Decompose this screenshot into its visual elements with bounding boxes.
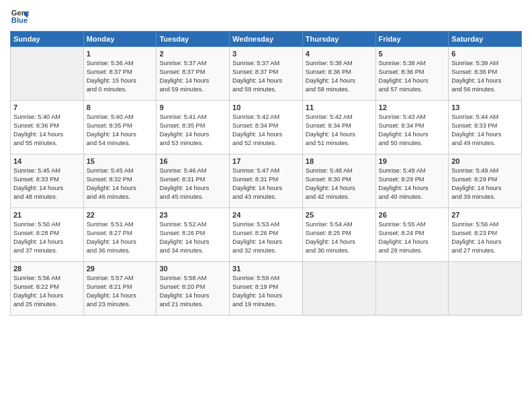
- day-number: 27: [451, 211, 519, 219]
- day-number: 7: [13, 103, 81, 111]
- day-number: 30: [159, 265, 226, 273]
- day-info: Sunrise: 5:59 AM Sunset: 8:19 PM Dayligh…: [232, 274, 300, 309]
- calendar-cell: 18Sunrise: 5:48 AM Sunset: 8:30 PM Dayli…: [302, 154, 375, 208]
- day-info: Sunrise: 5:47 AM Sunset: 8:31 PM Dayligh…: [232, 167, 300, 201]
- calendar-cell: 4Sunrise: 5:38 AM Sunset: 8:36 PM Daylig…: [302, 47, 375, 101]
- day-number: 19: [379, 157, 446, 165]
- day-number: 28: [13, 265, 81, 273]
- calendar-cell: 6Sunrise: 5:39 AM Sunset: 8:36 PM Daylig…: [449, 47, 522, 101]
- day-number: 17: [232, 157, 300, 165]
- calendar-cell: 19Sunrise: 5:49 AM Sunset: 8:29 PM Dayli…: [375, 154, 449, 208]
- calendar-cell: 29Sunrise: 5:57 AM Sunset: 8:21 PM Dayli…: [83, 262, 157, 316]
- day-number: 26: [379, 211, 446, 219]
- calendar-cell: 12Sunrise: 5:43 AM Sunset: 8:34 PM Dayli…: [375, 101, 449, 154]
- calendar-cell: 8Sunrise: 5:40 AM Sunset: 8:35 PM Daylig…: [83, 101, 157, 154]
- day-header-sunday: Sunday: [11, 32, 84, 47]
- header-row: SundayMondayTuesdayWednesdayThursdayFrid…: [11, 32, 522, 47]
- svg-text:Blue: Blue: [11, 16, 28, 24]
- calendar-cell: 22Sunrise: 5:51 AM Sunset: 8:27 PM Dayli…: [83, 208, 157, 262]
- calendar-cell: 7Sunrise: 5:40 AM Sunset: 8:36 PM Daylig…: [11, 101, 84, 154]
- day-number: 24: [232, 211, 300, 219]
- day-info: Sunrise: 5:40 AM Sunset: 8:36 PM Dayligh…: [13, 113, 81, 148]
- day-header-monday: Monday: [83, 32, 157, 47]
- day-number: 25: [306, 211, 373, 219]
- day-number: 8: [87, 103, 154, 111]
- calendar-cell: 30Sunrise: 5:58 AM Sunset: 8:20 PM Dayli…: [157, 262, 230, 316]
- calendar-cell: 17Sunrise: 5:47 AM Sunset: 8:31 PM Dayli…: [230, 154, 303, 208]
- main-container: General Blue SundayMondayTuesdayWednesda…: [0, 0, 532, 411]
- day-info: Sunrise: 5:56 AM Sunset: 8:22 PM Dayligh…: [13, 274, 81, 309]
- calendar-cell: 24Sunrise: 5:53 AM Sunset: 8:26 PM Dayli…: [230, 208, 303, 262]
- day-number: 2: [159, 50, 226, 58]
- day-info: Sunrise: 5:57 AM Sunset: 8:21 PM Dayligh…: [87, 274, 154, 309]
- day-number: 21: [13, 211, 81, 219]
- day-number: 15: [87, 157, 154, 165]
- day-info: Sunrise: 5:39 AM Sunset: 8:36 PM Dayligh…: [451, 59, 519, 94]
- day-info: Sunrise: 5:42 AM Sunset: 8:34 PM Dayligh…: [306, 113, 373, 148]
- logo: General Blue: [10, 7, 30, 26]
- day-number: 3: [232, 50, 300, 58]
- week-row-1: 1Sunrise: 5:36 AM Sunset: 8:37 PM Daylig…: [11, 47, 522, 101]
- day-info: Sunrise: 5:36 AM Sunset: 8:37 PM Dayligh…: [87, 59, 154, 94]
- calendar-cell: 3Sunrise: 5:37 AM Sunset: 8:37 PM Daylig…: [230, 47, 303, 101]
- day-number: 16: [159, 157, 226, 165]
- calendar-cell: 15Sunrise: 5:45 AM Sunset: 8:32 PM Dayli…: [83, 154, 157, 208]
- calendar-cell: 21Sunrise: 5:50 AM Sunset: 8:28 PM Dayli…: [11, 208, 84, 262]
- day-number: 12: [379, 103, 446, 111]
- calendar-table: SundayMondayTuesdayWednesdayThursdayFrid…: [10, 31, 522, 316]
- calendar-cell: 9Sunrise: 5:41 AM Sunset: 8:35 PM Daylig…: [157, 101, 230, 154]
- day-number: 20: [451, 157, 519, 165]
- day-number: 5: [379, 50, 446, 58]
- day-number: 6: [451, 50, 519, 58]
- day-number: 10: [232, 103, 300, 111]
- day-number: 1: [87, 50, 154, 58]
- day-info: Sunrise: 5:42 AM Sunset: 8:34 PM Dayligh…: [232, 113, 300, 148]
- calendar-cell: 13Sunrise: 5:44 AM Sunset: 8:33 PM Dayli…: [449, 101, 522, 154]
- day-info: Sunrise: 5:53 AM Sunset: 8:26 PM Dayligh…: [232, 220, 300, 255]
- day-header-saturday: Saturday: [449, 32, 522, 47]
- day-info: Sunrise: 5:49 AM Sunset: 8:29 PM Dayligh…: [451, 167, 519, 201]
- day-info: Sunrise: 5:48 AM Sunset: 8:30 PM Dayligh…: [306, 167, 373, 201]
- week-row-2: 7Sunrise: 5:40 AM Sunset: 8:36 PM Daylig…: [11, 101, 522, 154]
- day-info: Sunrise: 5:46 AM Sunset: 8:31 PM Dayligh…: [159, 167, 226, 201]
- week-row-5: 28Sunrise: 5:56 AM Sunset: 8:22 PM Dayli…: [11, 262, 522, 316]
- calendar-cell: 14Sunrise: 5:45 AM Sunset: 8:33 PM Dayli…: [11, 154, 84, 208]
- calendar-cell: [11, 47, 84, 101]
- day-info: Sunrise: 5:56 AM Sunset: 8:23 PM Dayligh…: [451, 220, 519, 255]
- logo-icon: General Blue: [10, 7, 29, 26]
- day-number: 9: [159, 103, 226, 111]
- day-info: Sunrise: 5:50 AM Sunset: 8:28 PM Dayligh…: [13, 220, 81, 255]
- calendar-cell: 28Sunrise: 5:56 AM Sunset: 8:22 PM Dayli…: [11, 262, 84, 316]
- day-number: 4: [306, 50, 373, 58]
- calendar-cell: 10Sunrise: 5:42 AM Sunset: 8:34 PM Dayli…: [230, 101, 303, 154]
- day-number: 22: [87, 211, 154, 219]
- header: General Blue: [10, 7, 522, 26]
- calendar-cell: 1Sunrise: 5:36 AM Sunset: 8:37 PM Daylig…: [83, 47, 157, 101]
- day-info: Sunrise: 5:37 AM Sunset: 8:37 PM Dayligh…: [232, 59, 300, 94]
- day-info: Sunrise: 5:49 AM Sunset: 8:29 PM Dayligh…: [379, 167, 446, 201]
- calendar-cell: 20Sunrise: 5:49 AM Sunset: 8:29 PM Dayli…: [449, 154, 522, 208]
- day-info: Sunrise: 5:52 AM Sunset: 8:26 PM Dayligh…: [159, 220, 226, 255]
- calendar-cell: 27Sunrise: 5:56 AM Sunset: 8:23 PM Dayli…: [449, 208, 522, 262]
- day-info: Sunrise: 5:37 AM Sunset: 8:37 PM Dayligh…: [159, 59, 226, 94]
- day-info: Sunrise: 5:51 AM Sunset: 8:27 PM Dayligh…: [87, 220, 154, 255]
- day-header-tuesday: Tuesday: [157, 32, 230, 47]
- day-header-thursday: Thursday: [302, 32, 375, 47]
- calendar-cell: [302, 262, 375, 316]
- day-info: Sunrise: 5:44 AM Sunset: 8:33 PM Dayligh…: [451, 113, 519, 148]
- day-number: 11: [306, 103, 373, 111]
- calendar-cell: 16Sunrise: 5:46 AM Sunset: 8:31 PM Dayli…: [157, 154, 230, 208]
- day-header-friday: Friday: [375, 32, 449, 47]
- calendar-cell: 2Sunrise: 5:37 AM Sunset: 8:37 PM Daylig…: [157, 47, 230, 101]
- day-info: Sunrise: 5:45 AM Sunset: 8:32 PM Dayligh…: [87, 167, 154, 201]
- day-header-wednesday: Wednesday: [230, 32, 303, 47]
- day-number: 18: [306, 157, 373, 165]
- day-info: Sunrise: 5:45 AM Sunset: 8:33 PM Dayligh…: [13, 167, 81, 201]
- day-info: Sunrise: 5:55 AM Sunset: 8:24 PM Dayligh…: [379, 220, 446, 255]
- day-info: Sunrise: 5:43 AM Sunset: 8:34 PM Dayligh…: [379, 113, 446, 148]
- calendar-cell: 25Sunrise: 5:54 AM Sunset: 8:25 PM Dayli…: [302, 208, 375, 262]
- calendar-cell: 23Sunrise: 5:52 AM Sunset: 8:26 PM Dayli…: [157, 208, 230, 262]
- day-number: 23: [159, 211, 226, 219]
- day-info: Sunrise: 5:41 AM Sunset: 8:35 PM Dayligh…: [159, 113, 226, 148]
- calendar-cell: [375, 262, 449, 316]
